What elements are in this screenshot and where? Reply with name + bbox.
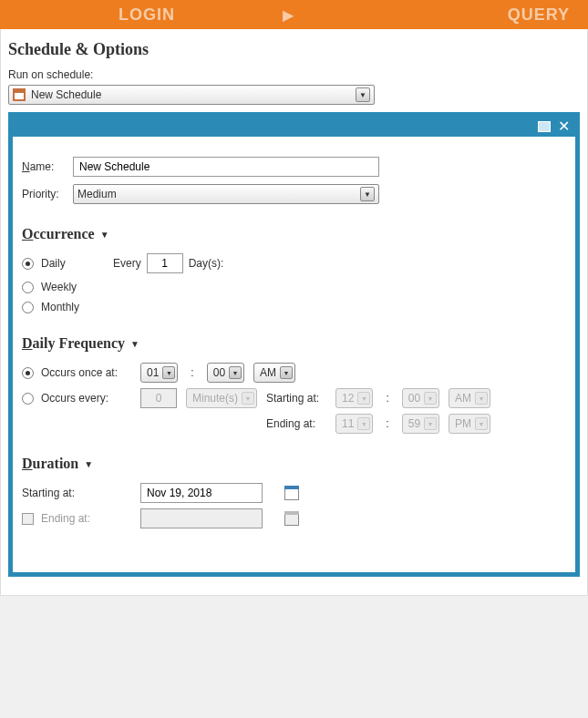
chevron-right-icon: ▶ bbox=[283, 6, 294, 24]
every-days-input[interactable] bbox=[147, 253, 183, 273]
occurrence-daily-radio[interactable] bbox=[22, 258, 34, 270]
occurrence-header[interactable]: Occurrence ▼ bbox=[22, 226, 566, 242]
chevron-down-icon: ▼ bbox=[360, 187, 375, 201]
start-hour-select: 12▼ bbox=[335, 388, 373, 408]
tab-login[interactable]: LOGIN bbox=[119, 5, 175, 25]
occurrence-daily-label: Daily bbox=[41, 257, 66, 270]
schedule-dialog: ✕ Name: Priority: Medium ▼ Occurrence ▼ bbox=[8, 112, 580, 577]
page-body: Schedule & Options Run on schedule: New … bbox=[0, 29, 588, 596]
start-minute-select: 00▼ bbox=[402, 388, 439, 408]
duration-header[interactable]: Duration ▼ bbox=[22, 456, 566, 472]
page-title: Schedule & Options bbox=[8, 40, 580, 59]
occurrence-weekly-label: Weekly bbox=[41, 281, 77, 293]
occurs-every-label: Occurs every: bbox=[41, 392, 108, 405]
calendar-icon bbox=[13, 88, 26, 101]
tab-query[interactable]: QUERY bbox=[508, 5, 570, 25]
occurrence-weekly-radio[interactable] bbox=[22, 282, 34, 293]
close-icon[interactable]: ✕ bbox=[558, 119, 570, 134]
calendar-icon bbox=[284, 511, 299, 526]
wizard-topbar: LOGIN ▶ QUERY bbox=[0, 0, 588, 29]
days-suffix-label: Day(s): bbox=[189, 257, 224, 270]
occurrence-monthly-label: Monthly bbox=[41, 301, 79, 313]
priority-label: Priority: bbox=[22, 188, 73, 200]
end-hour-select: 11▼ bbox=[335, 414, 373, 434]
dialog-titlebar: ✕ bbox=[13, 117, 575, 137]
run-on-schedule-label: Run on schedule: bbox=[8, 68, 580, 81]
occurs-every-radio[interactable] bbox=[22, 393, 34, 405]
priority-select[interactable]: Medium ▼ bbox=[73, 184, 379, 204]
duration-start-date[interactable] bbox=[140, 483, 263, 503]
schedule-combo-value: New Schedule bbox=[31, 88, 350, 101]
end-ampm-select: PM▼ bbox=[449, 414, 490, 434]
calendar-icon[interactable] bbox=[284, 486, 299, 500]
window-icon[interactable] bbox=[538, 121, 551, 132]
occurs-every-unit-select: Minute(s)▼ bbox=[186, 388, 257, 408]
name-label: Name: bbox=[22, 160, 73, 173]
daily-frequency-header[interactable]: Daily Frequency ▼ bbox=[22, 335, 566, 352]
every-label: Every bbox=[113, 257, 141, 270]
duration-end-date bbox=[140, 508, 263, 528]
chevron-down-icon: ▼ bbox=[84, 459, 93, 469]
duration-ending-checkbox[interactable] bbox=[22, 513, 34, 525]
occurs-once-label: Occurs once at: bbox=[41, 366, 118, 379]
occurrence-monthly-radio[interactable] bbox=[22, 302, 34, 313]
end-minute-select: 59▼ bbox=[402, 414, 439, 434]
schedule-combo[interactable]: New Schedule ▼ bbox=[8, 85, 375, 105]
once-ampm-select[interactable]: AM▼ bbox=[253, 363, 295, 383]
priority-value: Medium bbox=[77, 188, 355, 200]
chevron-down-icon: ▼ bbox=[100, 230, 109, 240]
chevron-down-icon: ▼ bbox=[130, 339, 139, 349]
duration-ending-label: Ending at: bbox=[41, 512, 90, 525]
chevron-down-icon: ▼ bbox=[356, 87, 370, 102]
duration-starting-label: Starting at: bbox=[22, 487, 131, 499]
once-minute-select[interactable]: 00▼ bbox=[207, 363, 244, 383]
ending-at-label: Ending at: bbox=[266, 417, 326, 430]
name-input[interactable] bbox=[73, 157, 379, 177]
once-hour-select[interactable]: 01▼ bbox=[140, 363, 178, 383]
occurs-every-value bbox=[140, 388, 177, 408]
occurs-once-radio[interactable] bbox=[22, 367, 34, 379]
start-ampm-select: AM▼ bbox=[449, 388, 490, 408]
starting-at-label: Starting at: bbox=[266, 392, 326, 405]
